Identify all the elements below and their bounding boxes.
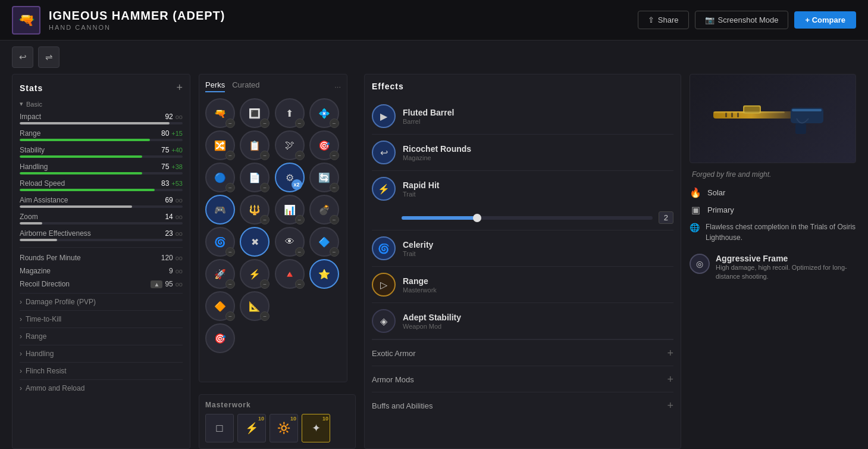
undo-button[interactable]: ↩ [12,46,33,68]
perk-slot[interactable]: 📐− [240,291,270,321]
effect-row: ▷ Range Masterwork [372,267,673,303]
perk-minus: − [260,151,270,160]
share-button[interactable]: ⇧ Share [638,11,689,29]
compare-button[interactable]: + Compare [794,11,856,29]
source-globe-icon: 🌐 [690,223,700,232]
perks-panel: Perks Curated ··· 🔫−🔳−⬆−💠−🔀−📋−🕊−🎯−🔵−📄−⚙x… [199,74,347,382]
perk-slot[interactable]: 🔶− [205,291,235,321]
stat-name: Range [20,129,40,138]
stat-bonus: +40 [171,146,183,154]
perk-minus: − [225,119,235,128]
effect-slider[interactable] [402,216,653,220]
tab-curated[interactable]: Curated [232,80,259,92]
perk-icon: 🔳 [249,108,261,119]
stat-value: 75 +38 [161,163,183,171]
perk-slot[interactable]: 🚀− [205,259,235,289]
perk-slot[interactable]: 🔱− [240,195,270,224]
perk-icon: 🔷 [318,236,330,248]
perk-slot[interactable]: 🔄− [309,163,339,192]
perk-slot[interactable]: 🔀− [205,130,235,160]
tab-perks[interactable]: Perks [205,80,225,92]
masterwork-item[interactable]: ✦10 [302,414,330,442]
perk-slot[interactable]: 📊− [275,195,305,224]
collapsible-section[interactable]: › Time-to-Kill [20,310,183,328]
perk-slot[interactable]: 💠− [309,98,339,128]
expandable-row[interactable]: Buffs and Abilities + [372,392,673,418]
stat-bar-bg [20,222,183,224]
expandable-row[interactable]: Exotic Armor + [372,339,673,366]
screenshot-button[interactable]: 📷 Screenshot Mode [695,11,789,29]
masterwork-badge: 10 [258,416,264,422]
weapon-image-area [690,74,856,163]
randomize-button[interactable]: ⇌ [38,46,59,68]
collapsible-section[interactable]: › Handling [20,345,183,362]
perk-row: 🎯 [205,323,341,353]
stat-bonus: +53 [171,180,183,187]
perk-slot[interactable]: 📋− [240,130,270,160]
perk-slot[interactable]: 🎮 [205,195,235,224]
perk-minus: − [330,183,339,192]
weapon-image [707,95,838,142]
weapon-element-row: 🔥 Solar [690,187,856,198]
app-header: 🔫 IGNEOUS HAMMER (ADEPT) HAND CANNON ⇧ S… [0,0,868,40]
perks-tabs: Perks Curated ··· [205,80,341,92]
masterwork-icon: □ [217,422,223,435]
effect-sub: Weapon Mod [403,323,673,330]
perk-slot[interactable]: 📄− [240,163,270,192]
perk-slot[interactable]: ✖ [240,227,270,257]
stat-name: Zoom [20,213,38,221]
stat-bar-fill [20,122,170,124]
effects-container: ▶ Fluted Barrel Barrel ↩ Ricochet Rounds… [372,98,673,339]
perk-slot[interactable]: 🔳− [240,98,270,128]
effect-sub: Trait [403,191,673,198]
collapsible-section[interactable]: › Range [20,328,183,345]
masterwork-item[interactable]: ⚡10 [237,414,266,442]
perk-slot[interactable]: 🎯 [205,323,235,353]
perk-slot[interactable]: 🔵− [205,163,235,192]
perk-icon: 🌀 [214,236,226,248]
stats-add-button[interactable]: + [176,82,183,94]
perk-minus: − [330,119,339,128]
masterwork-item[interactable]: □ [205,414,234,442]
chevron-right-icon: › [20,332,22,341]
stat-bar-bg [20,139,183,141]
stats-basic-section[interactable]: ▾ Basic [20,100,183,108]
effect-name: Ricochet Rounds [403,144,673,154]
perk-slot[interactable]: 🔫− [205,98,235,128]
collapsible-section[interactable]: › Ammo and Reload [20,379,183,397]
perk-icon: 🎯 [214,333,226,344]
intrinsic-icon: ◎ [690,254,710,274]
perk-slot[interactable]: 🔺− [275,259,305,289]
perk-minus: − [225,279,235,289]
perk-slot[interactable]: ⬆− [275,98,305,128]
collapsible-section[interactable]: › Damage Profile (PVP) [20,293,183,310]
perks-menu[interactable]: ··· [334,82,341,91]
perk-slot[interactable]: ⭐ [309,259,339,289]
masterwork-section: Masterwork □⚡10🔆10✦10 [199,394,356,449]
effect-slider-thumb [473,214,481,222]
perk-slot[interactable]: 💣− [309,195,339,224]
masterwork-item[interactable]: 🔆10 [270,414,298,442]
stat-label-row: Range 80 +15 [20,129,183,138]
perk-icon: ⭐ [318,269,330,280]
expandable-plus-icon: + [667,400,673,412]
perk-slot[interactable]: 👁− [275,227,305,257]
collapsible-section[interactable]: › Flinch Resist [20,362,183,379]
svg-rect-4 [795,123,806,134]
info-panel: Forged by fire and might. 🔥 Solar ▣ Prim… [690,74,856,449]
perk-slot[interactable]: 🌀− [205,227,235,257]
perk-slot[interactable]: 🔷− [309,227,339,257]
perk-minus: − [295,119,305,128]
perk-slot[interactable]: 🕊− [275,130,305,160]
perk-slot[interactable]: ⚙x2 [275,163,305,192]
perk-icon: 🎮 [214,204,226,216]
perk-slot[interactable]: ⚡− [240,259,270,289]
perk-slot[interactable]: 🎯− [309,130,339,160]
effect-name: Rapid Hit [403,180,673,190]
stat-bar-fill [20,139,150,141]
chevron-right-icon: › [20,384,22,392]
stat-name: Magazine [20,267,51,275]
stat-bar-fill [20,205,132,208]
expandable-row[interactable]: Armor Mods + [372,366,673,392]
stat-suffix: oo [176,113,183,120]
